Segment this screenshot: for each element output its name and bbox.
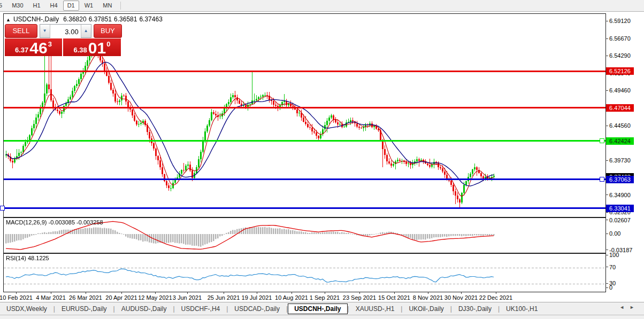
macd-tick-label: 0.00: [609, 230, 620, 237]
horizontal-line[interactable]: [4, 178, 605, 180]
macd-name: MACD(12,26,9): [6, 219, 47, 225]
bottom-strip: [0, 315, 644, 319]
date-tick-label: 30 Nov 2021: [444, 294, 478, 301]
date-tick-mark: [461, 292, 462, 294]
chart-title: ▲USDCNH-,Daily6.368206.378516.365816.374…: [6, 15, 165, 23]
collapse-trade-panel-icon[interactable]: ▲: [6, 17, 11, 22]
ohlc-high: 6.37851: [89, 15, 112, 23]
horizontal-line[interactable]: [4, 207, 605, 209]
macd-tick-mark: [605, 234, 608, 234]
price-tick-label: 6.56670: [609, 35, 631, 42]
date-tick-label: 19 Jul 2021: [242, 294, 272, 301]
chart-tab-xauusd-h1[interactable]: XAUUSD-,H1: [349, 304, 401, 314]
sell-price-display[interactable]: 6.37463: [5, 38, 62, 56]
horizontal-line[interactable]: [4, 71, 605, 72]
price-tick-mark: [605, 38, 608, 39]
sell-button[interactable]: SELL: [5, 24, 37, 38]
ohlc-open: 6.36820: [63, 15, 86, 23]
line-drag-handle[interactable]: [600, 177, 604, 182]
ohlc-low: 6.36581: [114, 15, 137, 23]
horizontal-line[interactable]: [4, 107, 605, 108]
date-tick-label: 23 Sep 2021: [343, 294, 376, 301]
price-tick-mark: [605, 90, 608, 91]
date-tick-label: 10 Aug 2021: [275, 294, 308, 301]
line-drag-handle[interactable]: [0, 206, 5, 211]
ohlc-close: 6.37463: [139, 15, 162, 23]
timeframe-button-h4[interactable]: H4: [46, 1, 62, 11]
date-tick-mark: [292, 292, 292, 294]
trading-terminal-window: 5M30H1H4D1W1MN ▲USDCNH-,Daily6.368206.37…: [0, 0, 644, 319]
rsi-label: RSI(14) 48.1225: [6, 255, 49, 261]
chart-tab-dj30-daily[interactable]: DJ30-,Daily: [452, 304, 498, 314]
tab-scroll-left-icon[interactable]: ◄: [619, 305, 630, 310]
timeframe-toolbar: 5M30H1H4D1W1MN: [0, 0, 644, 12]
volume-input[interactable]: [50, 25, 81, 38]
volume-decrease-icon[interactable]: ▼: [40, 25, 50, 37]
rsi-value: 48.1225: [28, 255, 49, 261]
date-tick-mark: [121, 292, 122, 294]
tab-scroll-arrows: ◄►: [619, 305, 640, 310]
rsi-indicator-panel: RSI(14) 48.1225: [3, 253, 606, 292]
price-badge: 6.33041: [606, 205, 634, 212]
date-tick-label: 1 Sep 2021: [310, 294, 340, 301]
volume-stepper: ▼ ▲: [40, 24, 91, 38]
date-tick-label: 20 Apr 2021: [105, 294, 137, 301]
line-drag-handle[interactable]: [600, 138, 604, 143]
rsi-tick-mark: [605, 283, 608, 284]
rsi-name: RSI(14): [6, 255, 26, 261]
buy-button[interactable]: BUY: [94, 24, 122, 38]
date-tick-mark: [187, 292, 188, 294]
chart-tab-uk100-h1[interactable]: UK100-,H1: [500, 304, 544, 314]
date-tick-label: 26 Mar 2021: [69, 294, 102, 301]
price-tick-label: 6.59120: [609, 18, 631, 24]
macd-tick-mark: [605, 250, 608, 250]
price-badge: 6.47044: [606, 104, 634, 112]
date-tick-label: 15 Oct 2021: [378, 294, 410, 301]
tab-scroll-right-icon[interactable]: ►: [630, 305, 640, 310]
buy-price-pips: 01: [88, 41, 106, 56]
timeframe-button-m30[interactable]: M30: [7, 1, 27, 11]
price-tick-mark: [605, 126, 608, 126]
price-tick-mark: [605, 21, 608, 21]
buy-price-display[interactable]: 6.38010: [63, 38, 121, 56]
chart-tab-bar: USDX,Weekly|EURUSD-,Daily|AUDUSD-,Daily|…: [0, 302, 644, 315]
timeframe-button-mn[interactable]: MN: [98, 1, 116, 11]
timeframe-button-w1[interactable]: W1: [80, 1, 98, 11]
date-tick-mark: [155, 292, 156, 294]
timeframe-button-h1[interactable]: H1: [29, 1, 45, 11]
price-tick-label: 6.54290: [609, 52, 631, 59]
buy-price-point: 0: [106, 40, 110, 48]
macd-tick-mark: [605, 220, 608, 220]
chart-tab-ukoil-daily[interactable]: UKOil-,Daily: [402, 304, 450, 314]
rsi-tick-label: 100: [609, 252, 619, 258]
horizontal-line[interactable]: [4, 140, 605, 142]
chart-tab-usdchf-h4[interactable]: USDCHF-,H4: [175, 304, 227, 314]
chart-tab-eurusd-daily[interactable]: EURUSD-,Daily: [55, 304, 113, 314]
date-tick-label: 4 Mar 2021: [36, 294, 66, 301]
macd-values: -0.003085 -0.003258: [48, 219, 103, 225]
date-tick-mark: [51, 292, 51, 294]
macd-tick-label: 0.02607: [609, 217, 631, 223]
chart-tab-usdcnh-daily[interactable]: USDCNH-,Daily: [288, 304, 347, 314]
date-tick-label: 12 May 2021: [138, 294, 172, 301]
date-tick-mark: [394, 292, 395, 294]
chart-tab-audusd-daily[interactable]: AUDUSD-,Daily: [115, 304, 173, 314]
date-tick-label: 25 Jun 2021: [208, 294, 240, 301]
date-tick-mark: [257, 292, 257, 294]
rsi-tick-label: 0: [609, 284, 612, 291]
date-tick-label: 8 Nov 2021: [413, 294, 443, 301]
macd-indicator-panel: MACD(12,26,9) -0.003085 -0.003258: [3, 217, 606, 253]
rsi-chart[interactable]: [4, 254, 604, 291]
chart-tab-usdx-weekly[interactable]: USDX,Weekly: [0, 304, 53, 314]
date-tick-label: 22 Dec 2021: [479, 294, 512, 301]
date-tick-mark: [325, 292, 325, 294]
timeframe-button-d1[interactable]: D1: [63, 1, 79, 11]
chart-symbol-label: USDCNH-,Daily: [13, 15, 59, 23]
volume-increase-icon[interactable]: ▲: [81, 25, 91, 37]
chart-tab-usdcad-daily[interactable]: USDCAD-,Daily: [228, 304, 286, 314]
date-tick-mark: [224, 292, 224, 294]
price-badge: 6.37063: [606, 176, 634, 183]
timeframe-button-5[interactable]: 5: [0, 1, 6, 11]
toolbar-separator: [120, 2, 121, 10]
sell-price-pips: 46: [29, 41, 47, 56]
